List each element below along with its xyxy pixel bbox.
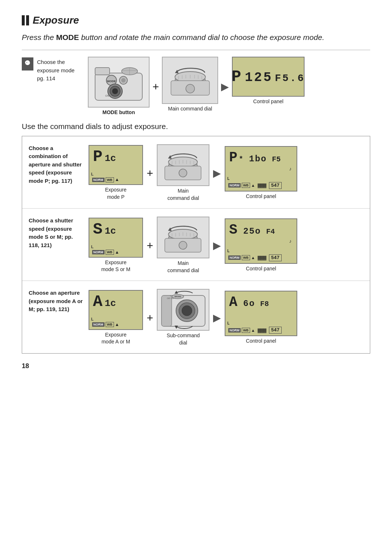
- plus-s: +: [147, 239, 153, 252]
- s-lcd-display: S 1c L NORM WB ▲: [89, 218, 143, 258]
- a-lcd-bottom: NORM WB ▲: [92, 322, 119, 327]
- s-ctrl-wb: WB: [242, 255, 250, 260]
- a-ctrl-a: ▲: [251, 328, 255, 333]
- p-ctrl-top: P * 1bo F5: [229, 150, 293, 165]
- p-ctrl-norm: NORM: [228, 183, 241, 188]
- svg-text:OFF ON→: OFF ON→: [167, 297, 176, 299]
- sub-title: Use the command dials to adjust exposure…: [22, 122, 370, 131]
- svg-marker-52: [168, 227, 172, 231]
- a-mode-char: A: [93, 294, 102, 310]
- p-cmd-label: command dial: [167, 195, 199, 201]
- a-exp-label: Exposure: [105, 332, 126, 338]
- s-wb-tag: WB: [106, 250, 114, 255]
- a-norm-tag: NORM: [92, 322, 105, 327]
- mode-button-caption: MODE button: [102, 109, 135, 116]
- main-dial-caption-top: Main command dial: [168, 105, 212, 113]
- row-p-content: P 1c L NORM WB ▲ Exposure mode P +: [89, 144, 363, 202]
- a-wb-tag: WB: [106, 322, 114, 327]
- s-ctrl-mode: S: [229, 222, 237, 238]
- camera-top-image: MODE ON→: [88, 57, 150, 108]
- a-ctrl-wb: WB: [242, 328, 250, 333]
- a-subcmd-group: MODE OFF ON→ Sub-command dial: [157, 289, 209, 346]
- control-panel-top-display: P 125 F5.6: [232, 57, 305, 97]
- row-p-label: Choose a combination of aperture and shu…: [29, 144, 89, 185]
- svg-rect-56: [162, 295, 172, 326]
- s-note: ♪: [289, 238, 292, 244]
- a-ctrl-top: A 6o F8: [229, 294, 293, 310]
- intro-paragraph: Press the MODE button and rotate the mai…: [22, 32, 370, 43]
- s-lcd-caption: Exposure mode S or M: [101, 259, 130, 273]
- p-ctrl-l: L: [227, 177, 229, 181]
- p-exp-label2: mode P: [107, 194, 124, 200]
- top-section: Choose the exposure mode pg. 114 MODE: [22, 57, 370, 116]
- plus-a: +: [147, 311, 153, 325]
- s-dial-svg: [160, 218, 206, 257]
- a-ctrl-nums: 6o: [243, 299, 255, 309]
- top-divider: [22, 50, 370, 50]
- a-subcmd-svg: MODE OFF ON→: [160, 290, 207, 330]
- svg-marker-38: [168, 155, 172, 159]
- p-lcd-num: 1c: [105, 154, 116, 163]
- plus-1: +: [152, 80, 159, 93]
- choose-exposure-label: Choose the exposure mode pg. 114: [37, 57, 84, 83]
- arrow-s: ▶: [213, 239, 221, 251]
- s-lcd-group: S 1c L NORM WB ▲ Exposure mode S or M: [89, 218, 143, 273]
- p-norm-tag: NORM: [92, 178, 105, 182]
- bird-icon: [23, 60, 32, 68]
- s-a-tag: ▲: [115, 250, 119, 255]
- plus-p: +: [147, 166, 153, 180]
- s-lcd-top: S 1c: [93, 221, 139, 237]
- p-lcd-caption: Exposure mode P: [105, 186, 126, 201]
- p-ctrl-group: P * 1bo F5 ♪ L NORM WB ▲: [225, 146, 297, 200]
- intro-button-italic: button: [79, 33, 102, 41]
- main-dial-group-top: Main command dial: [162, 57, 218, 113]
- svg-point-40: [179, 169, 187, 177]
- choose-line3: pg. 114: [37, 75, 55, 81]
- title-bar-1: [22, 15, 25, 25]
- row-s-mode: Choose a shutter speed (exposure mode S …: [22, 209, 370, 281]
- a-ctrl-iso: 547: [269, 327, 282, 334]
- s-lcd-bottom: NORM WB ▲: [92, 250, 119, 255]
- p-ctrl-nums: 1bo: [249, 154, 267, 164]
- p-ctrl-f: F5: [272, 155, 281, 164]
- row-a-label: Choose an aperture (exposure mode A or M…: [29, 289, 89, 314]
- p-main-label: Main: [178, 188, 189, 194]
- a-lcd-display: A 1c L NORM WB ▲: [89, 290, 143, 330]
- s-ctrl-bottom-icons: NORM WB ▲ ▓▓▓ 547: [228, 254, 282, 261]
- main-instruction-box: Choose a combination of aperture and shu…: [22, 136, 370, 354]
- p-dial-image: [157, 144, 209, 186]
- ctrl-top-nums: 125: [245, 70, 273, 85]
- row-p-label-text: Choose a combination of aperture and shu…: [29, 145, 82, 184]
- section-title: Exposure: [22, 15, 370, 26]
- main-dial-image-top: [162, 57, 218, 104]
- page-number: 18: [22, 362, 370, 370]
- row-s-label: Choose a shutter speed (exposure mode S …: [29, 217, 89, 249]
- s-ctrl-a: ▲: [251, 255, 255, 260]
- p-lcd-l: L: [91, 172, 94, 176]
- a-subcmd-caption: Sub-command dial: [167, 332, 200, 346]
- svg-text:ON→: ON→: [105, 94, 112, 97]
- a-lcd-group: A 1c L NORM WB ▲ Exposure mode A or M: [89, 290, 143, 346]
- p-mode-char: P: [93, 149, 102, 165]
- svg-point-11: [112, 88, 118, 94]
- intro-rest: and rotate the main command dial to choo…: [102, 33, 324, 41]
- ctrl-panel-top-label: Control panel: [253, 98, 283, 104]
- s-dial-image: [157, 217, 209, 258]
- p-note: ♪: [289, 166, 292, 172]
- s-mode-char: S: [93, 221, 102, 237]
- control-panel-top-caption: Control panel: [253, 98, 283, 105]
- svg-point-5: [121, 78, 126, 82]
- camera-top-svg: MODE ON→: [91, 60, 146, 104]
- main-dial-label-top: Main command dial: [168, 106, 212, 112]
- s-ctrl-group: S 25o F4 ♪ L NORM WB ▲ ▓▓▓: [225, 218, 297, 273]
- control-panel-top-group: P 125 F5.6 Control panel: [232, 57, 305, 105]
- s-ctrl-battery: ▓▓▓: [258, 255, 266, 260]
- a-ctrl-f: F8: [260, 300, 269, 308]
- p-ctrl-a: ▲: [251, 183, 255, 188]
- a-lcd-num: 1c: [105, 299, 116, 308]
- svg-text:MODE: MODE: [107, 80, 116, 83]
- s-lcd-l: L: [91, 245, 94, 249]
- row-s-label-text: Choose a shutter speed (exposure mode S …: [29, 217, 73, 248]
- choose-line2: exposure mode: [37, 67, 74, 73]
- a-ctrl-bottom-icons: NORM WB ▲ ▓▓▓ 547: [228, 327, 282, 334]
